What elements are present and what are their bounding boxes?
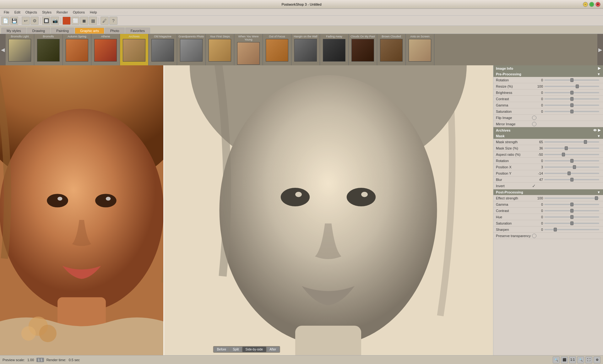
- menu-options[interactable]: Options: [70, 10, 87, 15]
- view-before-button[interactable]: Before: [214, 347, 229, 352]
- zoom-out-button[interactable]: 🔍: [553, 356, 560, 363]
- sharpen-thumb[interactable]: [554, 228, 557, 231]
- filter-bromolls-light[interactable]: Bromolls Light: [6, 34, 34, 65]
- settings-panel-button[interactable]: ⚙: [594, 356, 600, 363]
- filter-clouds-on-my-past[interactable]: Clouds On My Past: [349, 34, 377, 65]
- position-y-thumb[interactable]: [568, 171, 571, 175]
- menu-help[interactable]: Help: [87, 10, 100, 15]
- contrast-pre-thumb[interactable]: [570, 97, 573, 101]
- mask-rotation-slider[interactable]: [544, 160, 599, 161]
- mask-size-thumb[interactable]: [565, 146, 568, 150]
- filter-autumn-spring[interactable]: Autumn Spring: [63, 34, 91, 65]
- filter-your-first-steps[interactable]: Your First Steps: [206, 34, 234, 65]
- tab-photo[interactable]: Photo: [105, 28, 125, 34]
- menu-styles[interactable]: Styles: [40, 10, 54, 15]
- mask-rotation-thumb[interactable]: [570, 159, 573, 163]
- invert-checkmark[interactable]: ✓: [532, 183, 536, 188]
- aspect-ratio-thumb[interactable]: [562, 153, 565, 156]
- position-y-slider[interactable]: [544, 173, 599, 174]
- archives-expand-icon[interactable]: ▶: [598, 128, 600, 132]
- new-button[interactable]: 📄: [1, 17, 9, 25]
- brightness-thumb[interactable]: [570, 91, 573, 95]
- filter-prev[interactable]: ◀: [0, 34, 6, 65]
- save-button[interactable]: 💾: [10, 17, 18, 25]
- image-info-header[interactable]: Image Info ▶: [493, 65, 603, 71]
- gamma-post-thumb[interactable]: [570, 203, 573, 206]
- maximize-button[interactable]: □: [589, 2, 594, 7]
- select-button[interactable]: 🔲: [42, 17, 50, 25]
- effect-strength-slider[interactable]: [544, 198, 599, 199]
- blur-slider[interactable]: [544, 179, 599, 180]
- color4-button[interactable]: ▦: [89, 17, 97, 25]
- color3-button[interactable]: ◼: [80, 17, 88, 25]
- menu-render[interactable]: Render: [54, 10, 70, 15]
- saturation-post-thumb[interactable]: [570, 221, 573, 225]
- contrast-post-slider[interactable]: [544, 210, 599, 211]
- post-processing-header[interactable]: Post-Processing ▼: [493, 189, 603, 195]
- rotation-thumb[interactable]: [570, 78, 573, 82]
- minimize-button[interactable]: −: [583, 2, 588, 7]
- filter-hangin-on-wall[interactable]: Hangin on the Wall: [291, 34, 320, 65]
- filter-bromolls[interactable]: Bromolls: [34, 34, 63, 65]
- gamma-pre-thumb[interactable]: [570, 103, 573, 107]
- rotation-slider[interactable]: [544, 79, 599, 81]
- archives-eye-icon[interactable]: 👁: [593, 128, 597, 132]
- filter-when-you-were-young[interactable]: When You Were Young: [234, 34, 263, 65]
- color2-button[interactable]: ⬜: [71, 17, 79, 25]
- view-after-button[interactable]: After: [266, 347, 279, 352]
- tab-graphic-arts[interactable]: Graphic arts: [75, 28, 104, 34]
- gamma-post-slider[interactable]: [544, 204, 599, 205]
- mask-size-slider[interactable]: [544, 148, 599, 149]
- filter-brown-clouded[interactable]: Brown Clouded: [377, 34, 406, 65]
- settings-button[interactable]: ⚙: [30, 17, 39, 25]
- menu-objects[interactable]: Objects: [23, 10, 40, 15]
- color1-button[interactable]: [62, 17, 71, 25]
- brightness-slider[interactable]: [544, 92, 599, 93]
- contrast-pre-slider[interactable]: [544, 98, 599, 100]
- contrast-post-thumb[interactable]: [570, 209, 573, 213]
- position-x-slider[interactable]: [544, 166, 599, 168]
- fit-button[interactable]: ⬛: [561, 356, 568, 363]
- resize-thumb[interactable]: [576, 84, 579, 88]
- zoom-in-button[interactable]: 🔍: [577, 356, 584, 363]
- gamma-pre-slider[interactable]: [544, 105, 599, 106]
- mask-strength-thumb[interactable]: [584, 140, 587, 144]
- menu-edit[interactable]: Edit: [12, 10, 23, 15]
- tab-drawing[interactable]: Drawing: [27, 28, 50, 34]
- filter-archives[interactable]: Archives: [120, 34, 149, 65]
- scale-ratio[interactable]: 1:1: [36, 358, 44, 362]
- preserve-transparency-checkbox[interactable]: [532, 234, 536, 238]
- capture-button[interactable]: 📷: [51, 17, 59, 25]
- filter-next[interactable]: ▶: [597, 34, 603, 65]
- help-button[interactable]: ?: [109, 17, 117, 25]
- filter-athene[interactable]: Athene: [91, 34, 120, 65]
- archives-header[interactable]: Archives 👁 ▶: [493, 127, 603, 133]
- tab-painting[interactable]: Painting: [51, 28, 74, 34]
- effect-strength-thumb[interactable]: [595, 196, 598, 200]
- split-divider[interactable]: [163, 65, 164, 355]
- hue-slider[interactable]: [544, 216, 599, 218]
- menu-file[interactable]: File: [1, 10, 12, 15]
- flip-image-checkbox[interactable]: [532, 116, 536, 120]
- mask-strength-slider[interactable]: [544, 141, 599, 143]
- view-split-button[interactable]: Split: [230, 347, 242, 352]
- mirror-image-checkbox[interactable]: [532, 122, 536, 126]
- filter-old-magazine[interactable]: Old Magazine: [149, 34, 177, 65]
- aspect-ratio-slider[interactable]: [544, 154, 599, 155]
- tab-my-styles[interactable]: My styles: [1, 28, 26, 34]
- undo-button[interactable]: ↩: [22, 17, 30, 25]
- close-button[interactable]: ✕: [595, 2, 600, 7]
- saturation-pre-thumb[interactable]: [570, 110, 573, 113]
- mask-header[interactable]: Mask ▼: [493, 133, 603, 139]
- filter-grandparents-photo[interactable]: Grandparents Photo: [177, 34, 206, 65]
- resize-slider[interactable]: [544, 86, 599, 87]
- filter-out-of-focus[interactable]: Out of Focus: [263, 34, 291, 65]
- sharpen-slider[interactable]: [544, 229, 599, 230]
- fullscreen-button[interactable]: ⛶: [585, 356, 592, 363]
- hue-thumb[interactable]: [570, 215, 573, 219]
- saturation-post-slider[interactable]: [544, 223, 599, 224]
- tab-favorites[interactable]: Favorites: [125, 28, 150, 34]
- view-side-by-side-button[interactable]: Side-by-side: [242, 347, 266, 352]
- filter-ants-on-screen[interactable]: Ants on Screen: [406, 34, 434, 65]
- zoom-100-button[interactable]: 1:1: [569, 356, 576, 363]
